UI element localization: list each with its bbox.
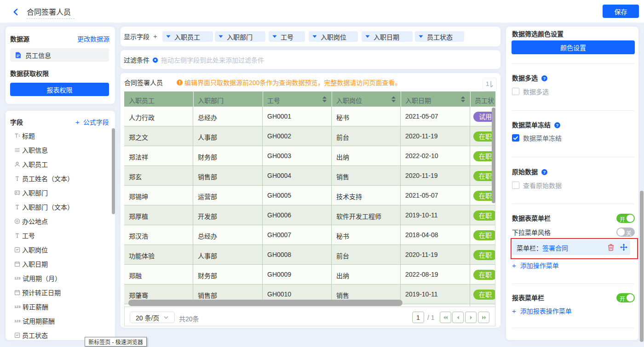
svg-text:?: ? (543, 76, 546, 81)
svg-text:?: ? (543, 170, 546, 175)
svg-text:?: ? (556, 123, 559, 128)
